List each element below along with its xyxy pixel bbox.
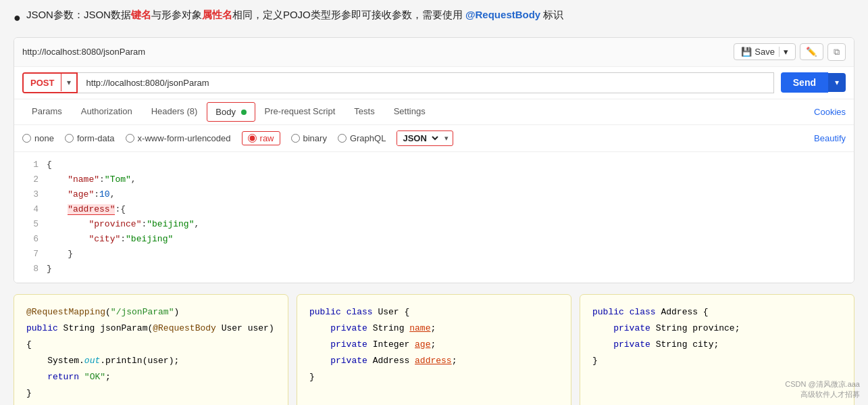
tab-body[interactable]: Body (207, 102, 255, 122)
bullet-point: ● (14, 8, 21, 28)
code-line-6: 6 "city":"beijing" (14, 232, 854, 247)
code-panel-controller: @RequestMapping("/jsonParam") public Str… (14, 294, 288, 405)
option-binary[interactable]: binary (291, 133, 327, 143)
address-province-field: private String province; (592, 320, 842, 337)
cookies-link[interactable]: Cookies (814, 107, 846, 117)
option-form-data[interactable]: form-data (65, 133, 115, 143)
code-line-2: 2 "name":"Tom", (14, 172, 854, 187)
edit-button[interactable]: ✏️ (800, 43, 823, 60)
json-select[interactable]: JSON Text XML (397, 131, 440, 145)
tab-headers[interactable]: Headers (8) (142, 99, 207, 124)
tab-authorization[interactable]: Authorization (72, 99, 142, 124)
user-name-field: private String name; (309, 320, 559, 337)
url-actions: 💾 Save ▾ ✏️ ⧉ (734, 43, 846, 61)
option-urlencoded[interactable]: x-www-form-urlencoded (126, 133, 231, 143)
code-panel-user: public class User { private String name;… (297, 294, 571, 405)
code-line-8: 8 } (14, 262, 854, 277)
option-raw[interactable]: raw (242, 131, 280, 145)
tab-tests[interactable]: Tests (344, 99, 384, 124)
code-line-4: 4 "address":{ (14, 202, 854, 217)
tab-settings[interactable]: Settings (384, 99, 435, 124)
code-line-annotation: @RequestMapping("/jsonParam") (26, 304, 276, 320)
body-options: none form-data x-www-form-urlencoded raw… (14, 125, 854, 152)
send-dropdown-arrow[interactable]: ▾ (828, 73, 846, 92)
json-dropdown-arrow[interactable]: ▾ (440, 133, 453, 144)
postman-panel: http://localhost:8080/jsonParam 💾 Save ▾… (14, 37, 854, 283)
tab-pre-request[interactable]: Pre-request Script (255, 99, 345, 124)
code-line-close: } (26, 385, 276, 402)
method-label: POST (24, 74, 61, 92)
code-line-1: 1 { (14, 158, 854, 172)
send-button[interactable]: Send (781, 72, 828, 93)
code-line-3: 3 "age":10, (14, 187, 854, 202)
code-line-method-sig: public String jsonParam(@RequestBody Use… (26, 320, 276, 353)
url-bar-text: http://localhost:8080/jsonParam (22, 47, 145, 57)
address-class-header: public class Address { (592, 304, 842, 320)
address-class-close: } (592, 353, 842, 369)
method-selector[interactable]: POST ▾ (22, 72, 78, 93)
highlight-key: 键名 (131, 9, 151, 20)
url-bar: http://localhost:8080/jsonParam 💾 Save ▾… (14, 38, 854, 67)
json-format-selector[interactable]: JSON Text XML ▾ (397, 130, 453, 146)
user-address-field: private Address address; (309, 353, 559, 369)
user-class-header: public class User { (309, 304, 559, 320)
request-tabs: Params Authorization Headers (8) Body Pr… (14, 99, 854, 125)
body-dot (241, 110, 247, 115)
code-editor[interactable]: 1 { 2 "name":"Tom", 3 "age":10, 4 "addre… (14, 152, 854, 283)
top-note: ● JSON参数：JSON数据键名与形参对象属性名相同，定义POJO类型形参即可… (14, 7, 854, 28)
address-city-field: private String city; (592, 337, 842, 353)
code-line-return: return "OK"; (26, 369, 276, 385)
user-class-close: } (309, 369, 559, 385)
beautify-link[interactable]: Beautify (814, 133, 846, 143)
send-btn-group: Send ▾ (781, 72, 846, 93)
user-age-field: private Integer age; (309, 337, 559, 353)
note-text: JSON参数：JSON数据键名与形参对象属性名相同，定义POJO类型形参即可接收… (26, 7, 564, 23)
save-icon: 💾 (741, 47, 752, 57)
url-input[interactable] (78, 72, 773, 93)
request-bar: POST ▾ Send ▾ (14, 67, 854, 99)
save-dropdown-arrow[interactable]: ▾ (779, 47, 788, 57)
code-line-5: 5 "province":"beijing", (14, 217, 854, 232)
option-graphql[interactable]: GraphQL (338, 133, 386, 143)
bottom-panels: @RequestMapping("/jsonParam") public Str… (14, 294, 854, 405)
watermark: CSDN @清风微凉.aaa 高级软件人才招募 (785, 379, 860, 400)
save-button[interactable]: 💾 Save ▾ (734, 43, 796, 60)
code-line-7: 7 } (14, 247, 854, 262)
method-dropdown-arrow[interactable]: ▾ (61, 74, 76, 91)
highlight-attr: 属性名 (202, 9, 232, 20)
option-none[interactable]: none (22, 133, 54, 143)
copy-button[interactable]: ⧉ (827, 43, 846, 61)
highlight-annotation: @RequestBody (465, 9, 540, 20)
code-line-sysout: System.out.println(user); (26, 353, 276, 369)
tab-params[interactable]: Params (22, 99, 72, 124)
